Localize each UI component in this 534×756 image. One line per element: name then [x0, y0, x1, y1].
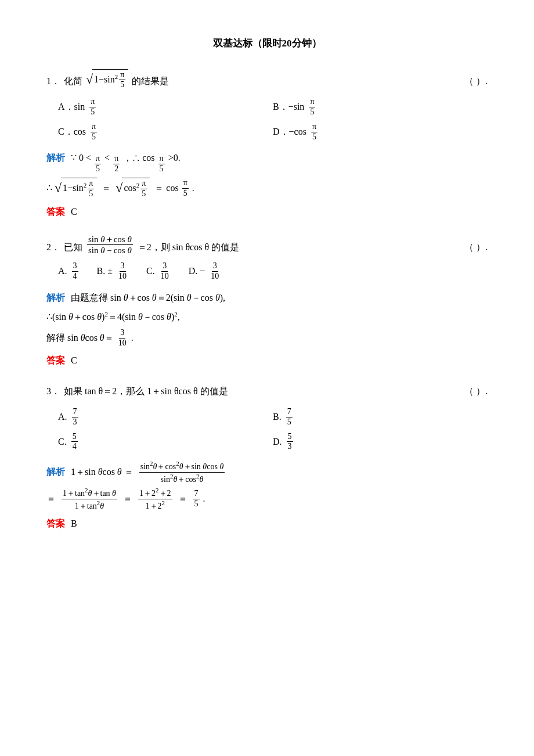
q1-suffix: 的结果是	[132, 73, 169, 90]
frac-q3c: 54	[71, 432, 78, 452]
q3-frac-step2b: 1＋22＋2 1＋22	[138, 487, 172, 511]
q2-jiexi-line3: 解得 sin θcos θ＝ 310 .	[46, 328, 488, 348]
frac-pi5-j3: π5	[88, 179, 94, 199]
q3-bracket: （ ）.	[464, 383, 488, 400]
q1-sqrt-expr: √ 1−sin2π5	[86, 69, 128, 91]
frac-q2a: 34	[72, 261, 78, 282]
q1-option-c: C．cos π5	[58, 122, 273, 142]
q1-sqrt1: √ 1−sin2π5	[55, 178, 97, 199]
q1-option-d: D．−cos π5	[273, 122, 488, 142]
q1-jiexi: 解析 ∵ 0 < π5 < π2 ，∴ cos π5 >0. ∴ √ 1−sin…	[46, 150, 488, 199]
q1-text: 化简	[64, 73, 82, 90]
q1-opt-a-label: A．sin	[58, 99, 85, 116]
q3-option-c: C. 54	[58, 432, 273, 452]
q2-jiexi-line2: ∴(sin θ＋cos θ)2＝4(sin θ－cos θ)2,	[46, 309, 488, 326]
frac-pi5-j1: π5	[95, 154, 101, 174]
q1-jiexi-text3: >0.	[168, 150, 181, 167]
q1-jiexi-line1: 解析 ∵ 0 < π5 < π2 ，∴ cos π5 >0.	[46, 150, 488, 174]
q3-options: A. 73 B. 75 C. 54 D. 53	[58, 407, 488, 452]
question-1-line: 1． 化简 √ 1−sin2π5 的结果是 （ ）.	[46, 69, 488, 91]
frac-pi2-j1: π2	[113, 154, 120, 174]
q1-answer-line: 答案 C	[46, 204, 488, 221]
q2-frac-den: sin θ－cos θ	[87, 245, 133, 255]
q1-opt-d-label: D．−cos	[273, 124, 306, 141]
q1-jiexi-text2: ，∴ cos	[123, 150, 154, 167]
frac-q2sol: 310	[117, 328, 128, 348]
q3-option-a: A. 73	[58, 407, 273, 427]
q1-opt-c-label: C．cos	[58, 124, 86, 141]
q2-options: A. 34 B. ± 310 C. 310 D. − 310	[58, 261, 488, 282]
q3-jiexi-line1: 解析 1＋sin θcos θ ＝ sin2θ＋cos2θ＋sin θcos θ…	[46, 460, 488, 484]
q3-frac-step2a: 1＋tan2θ＋tan θ 1＋tan2θ	[62, 487, 117, 511]
q1-option-b: B．−sin π5	[273, 97, 488, 117]
q2-option-a: A. 34	[58, 261, 80, 282]
frac-pi5: π5	[119, 70, 125, 91]
q1-therefore: ∴	[46, 180, 52, 197]
q2-answer-label: 答案	[46, 355, 65, 365]
frac-pi5-j2: π5	[158, 154, 165, 174]
q2-number: 2．	[46, 239, 60, 256]
frac-q2d: 310	[210, 261, 220, 282]
frac-b: π5	[309, 97, 315, 117]
q1-bracket: （ ）.	[464, 73, 488, 90]
q1-sqrt2: √ cos2π5	[116, 178, 150, 199]
q1-answer-value: C	[71, 207, 77, 217]
q1-number: 1．	[46, 73, 60, 90]
q2-jiexi-line1: 解析 由题意得 sin θ＋cos θ＝2(sin θ－cos θ),	[46, 290, 488, 307]
q2-option-c: C. 310	[146, 261, 171, 282]
q1-opt-b-label: B．−sin	[273, 99, 304, 116]
frac-q2c: 310	[160, 261, 170, 282]
q3-jiexi: 解析 1＋sin θcos θ ＝ sin2θ＋cos2θ＋sin θcos θ…	[46, 460, 488, 511]
question-3: 3． 如果 tan θ＝2，那么 1＋sin θcos θ 的值是 （ ）. A…	[46, 383, 488, 532]
q1-jiexi-math: ∴ √ 1−sin2π5 ＝ √ cos2π5 ＝ cos π5 .	[46, 178, 488, 199]
frac-q3d: 53	[287, 432, 293, 452]
frac-pi5-j4: π5	[140, 179, 147, 199]
q1-options: A．sin π5 B．−sin π5 C．cos π5 D．−cos π5	[58, 97, 488, 142]
frac-d: π5	[311, 122, 317, 142]
q2-option-d: D. − 310	[189, 261, 222, 282]
q2-answer-value: C	[71, 355, 77, 365]
q2-text-after: ＝2，则 sin θcos θ 的值是	[138, 239, 239, 256]
q2-jiexi-label: 解析	[46, 290, 65, 307]
frac-q3a: 73	[72, 407, 78, 427]
q3-option-d: D. 53	[273, 432, 488, 452]
q2-main-frac: sin θ＋cos θ sin θ－cos θ	[87, 234, 133, 255]
q3-number: 3．	[46, 383, 60, 400]
q1-answer-label: 答案	[46, 207, 65, 217]
q3-option-b: B. 75	[273, 407, 488, 427]
frac-q3b: 75	[286, 407, 293, 427]
q2-bracket: （ ）.	[464, 239, 488, 256]
q3-text: 如果 tan θ＝2，那么 1＋sin θcos θ 的值是	[64, 383, 228, 400]
q1-jiexi-label: 解析	[46, 150, 65, 167]
q2-option-b: B. ± 310	[97, 261, 129, 282]
q1-jiexi-text1: ∵ 0 <	[71, 150, 91, 167]
q3-answer-line: 答案 B	[46, 516, 488, 532]
frac-q2b: 310	[117, 261, 128, 282]
q2-frac-num: sin θ＋cos θ	[87, 234, 133, 245]
q1-option-a: A．sin π5	[58, 97, 273, 117]
q2-jiexi: 解析 由题意得 sin θ＋cos θ＝2(sin θ－cos θ), ∴(si…	[46, 290, 488, 348]
q2-text-before: 已知	[64, 239, 82, 256]
q2-answer-line: 答案 C	[46, 352, 488, 369]
q3-frac-step1: sin2θ＋cos2θ＋sin θcos θ sin2θ＋cos2θ	[139, 460, 225, 484]
frac-c: π5	[91, 122, 97, 142]
q3-answer-label: 答案	[46, 519, 65, 528]
sqrt-content: 1−sin2π5	[92, 69, 128, 91]
question-2: 2． 已知 sin θ＋cos θ sin θ－cos θ ＝2，则 sin θ…	[46, 234, 488, 369]
q3-frac-step2c: 7 5	[193, 489, 200, 509]
frac-a: π5	[89, 97, 96, 117]
q3-jiexi-label: 解析	[46, 464, 65, 481]
question-1: 1． 化简 √ 1−sin2π5 的结果是 （ ）. A．sin π5 B．−s…	[46, 69, 488, 221]
q3-jiexi-line2: ＝ 1＋tan2θ＋tan θ 1＋tan2θ ＝ 1＋22＋2 1＋22 ＝ …	[46, 487, 488, 511]
q3-answer-value: B	[71, 519, 77, 528]
frac-pi5-j5: π5	[182, 178, 189, 199]
question-2-line: 2． 已知 sin θ＋cos θ sin θ－cos θ ＝2，则 sin θ…	[46, 234, 488, 255]
page-title: 双基达标（限时20分钟）	[46, 35, 488, 53]
question-3-line: 3． 如果 tan θ＝2，那么 1＋sin θcos θ 的值是 （ ）.	[46, 383, 488, 400]
